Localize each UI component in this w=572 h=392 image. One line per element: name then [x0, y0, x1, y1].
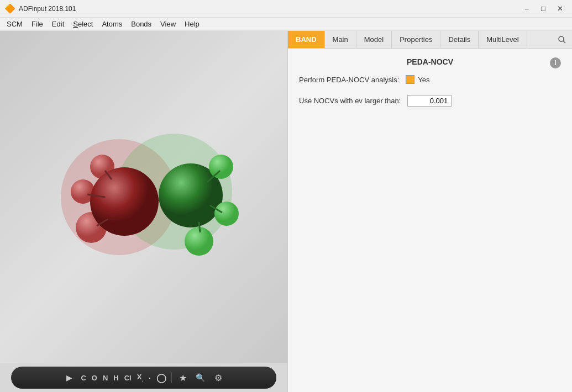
svg-point-5 — [90, 167, 159, 236]
menu-scm[interactable]: SCM — [2, 19, 27, 29]
svg-line-18 — [563, 41, 565, 43]
maximize-button[interactable]: □ — [536, 2, 551, 15]
menu-bar: SCM File Edit Select Atoms Bonds View He… — [0, 18, 572, 31]
app-icon: 🔶 — [4, 3, 15, 14]
nocv-ev-input[interactable] — [407, 95, 452, 107]
dot-element-button[interactable]: · — [147, 374, 153, 382]
menu-help[interactable]: Help — [180, 19, 204, 29]
cursor-tool-button[interactable]: ▶ — [61, 370, 77, 385]
tab-band[interactable]: BAND — [288, 31, 325, 48]
right-panel: BAND Main Model Properties Details Multi… — [287, 31, 572, 392]
info-button[interactable]: i — [550, 57, 561, 68]
peda-nocv-value: Yes — [406, 75, 429, 84]
star-button[interactable]: ★ — [175, 370, 191, 385]
menu-edit[interactable]: Edit — [48, 19, 69, 29]
svg-line-13 — [199, 222, 200, 232]
minimize-button[interactable]: – — [519, 2, 534, 15]
magnify-button[interactable]: 🔍 — [193, 370, 208, 385]
molecule-svg — [28, 81, 260, 313]
molecule-canvas[interactable] — [0, 31, 287, 363]
tab-multilevel[interactable]: MultiLevel — [479, 31, 527, 48]
search-icon — [558, 35, 566, 44]
tab-bar: BAND Main Model Properties Details Multi… — [288, 31, 572, 49]
nocv-ev-row: Use NOCVs with ev larger than: — [299, 95, 561, 107]
app-title: ADFinput 2018.101 — [19, 5, 76, 13]
main-area: ▶ C O N H Cl X. · ◯ ★ 🔍 ⚙ BAND Main Mode… — [0, 31, 572, 392]
tab-details[interactable]: Details — [440, 31, 479, 48]
peda-nocv-text: Yes — [418, 76, 429, 84]
ring-button[interactable]: ◯ — [155, 373, 168, 383]
search-tab-button[interactable] — [552, 31, 572, 48]
menu-bonds[interactable]: Bonds — [127, 19, 156, 29]
tab-properties[interactable]: Properties — [392, 31, 440, 48]
chlorine-button[interactable]: Cl — [123, 374, 133, 382]
nitrogen-button[interactable]: N — [101, 374, 109, 382]
settings-button[interactable]: ⚙ — [211, 370, 226, 385]
peda-nocv-row: Perform PEDA-NOCV analysis: Yes — [299, 75, 561, 84]
peda-nocv-label: Perform PEDA-NOCV analysis: — [299, 76, 399, 84]
tab-main[interactable]: Main — [325, 31, 356, 48]
x-element-button[interactable]: X. — [135, 373, 145, 383]
menu-select[interactable]: Select — [69, 19, 97, 29]
title-bar: 🔶 ADFinput 2018.101 – □ ✕ — [0, 0, 572, 18]
svg-point-17 — [559, 36, 564, 41]
menu-file[interactable]: File — [27, 19, 48, 29]
window-controls: – □ ✕ — [519, 2, 568, 15]
peda-nocv-swatch[interactable] — [406, 75, 414, 84]
svg-point-9 — [214, 202, 239, 226]
tab-model[interactable]: Model — [356, 31, 392, 48]
menu-view[interactable]: View — [156, 19, 180, 29]
molecule-panel: ▶ C O N H Cl X. · ◯ ★ 🔍 ⚙ — [0, 31, 287, 392]
panel-content: PEDA-NOCV i Perform PEDA-NOCV analysis: … — [288, 49, 572, 392]
panel-title: PEDA-NOCV i — [299, 57, 561, 66]
svg-point-8 — [209, 155, 233, 179]
carbon-button[interactable]: C — [79, 374, 87, 382]
toolbar-separator — [171, 372, 172, 383]
bottom-toolbar: ▶ C O N H Cl X. · ◯ ★ 🔍 ⚙ — [11, 367, 276, 389]
menu-atoms[interactable]: Atoms — [97, 19, 127, 29]
hydrogen-button[interactable]: H — [112, 374, 120, 382]
oxygen-button[interactable]: O — [90, 374, 99, 382]
close-button[interactable]: ✕ — [552, 2, 568, 15]
nocv-ev-label: Use NOCVs with ev larger than: — [299, 97, 401, 105]
svg-point-10 — [185, 227, 213, 256]
